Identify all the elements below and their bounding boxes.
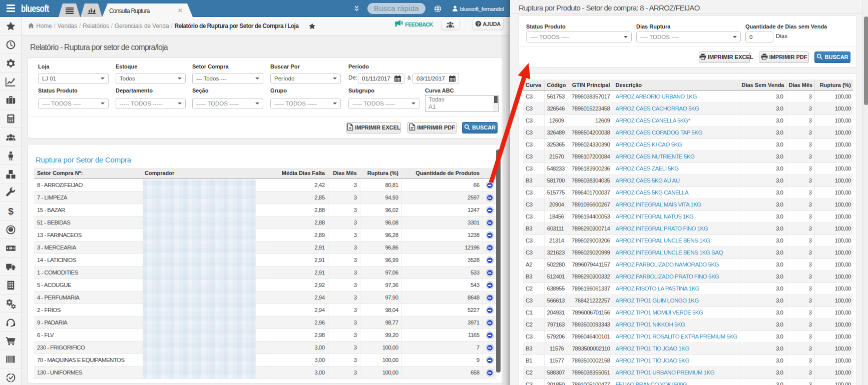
- svg-text:?: ?: [477, 22, 480, 26]
- svg-text:x: x: [349, 126, 351, 130]
- svg-text:1: 1: [10, 246, 12, 250]
- svg-text:$: $: [8, 206, 14, 216]
